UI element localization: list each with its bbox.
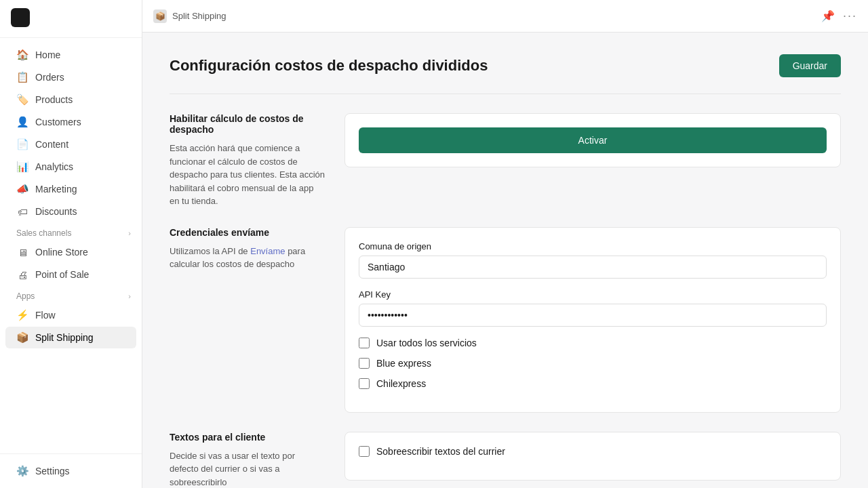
section-credenciales: Credenciales envíame Utilizamos la API d… [170, 227, 841, 413]
divider [170, 94, 841, 94]
chevron-icon: › [128, 229, 131, 237]
chevron-icon: › [128, 292, 131, 300]
online-store-icon: 🖥 [16, 246, 28, 258]
section-left-habilitar: Habilitar cálculo de costos de despacho … [170, 113, 326, 208]
sidebar-settings-label: Settings [35, 466, 70, 476]
sidebar-item-content[interactable]: 📄 Content [5, 134, 136, 155]
section-left-credenciales: Credenciales envíame Utilizamos la API d… [170, 227, 326, 271]
sales-channels-label: Sales channels [16, 228, 71, 238]
section-left-textos: Textos para el cliente Decide si vas a u… [170, 432, 326, 489]
flow-icon: ⚡ [16, 309, 28, 321]
analytics-icon: 📊 [16, 161, 28, 173]
topbar: 📦 Split Shipping 📌 ··· [142, 0, 868, 33]
sidebar-item-label: Orders [35, 72, 64, 83]
section-habilitar-desc: Esta acción hará que comience a funciona… [170, 142, 326, 208]
apikey-input[interactable] [359, 304, 827, 327]
products-icon: 🏷️ [16, 94, 28, 106]
home-icon: 🏠 [16, 49, 28, 61]
breadcrumb-text: Split Shipping [172, 11, 226, 21]
content-area: Configuración costos de despacho dividid… [142, 33, 868, 488]
customers-icon: 👤 [16, 116, 28, 128]
sidebar-logo [11, 8, 30, 27]
more-options-button[interactable]: ··· [843, 9, 857, 23]
blue-express-label[interactable]: Blue express [376, 358, 431, 369]
page-title: Configuración costos de despacho dividid… [170, 57, 488, 75]
form-group-comuna: Comuna de origen [359, 241, 827, 279]
checkbox-chilexpress: Chilexpress [359, 378, 827, 389]
comuna-label: Comuna de origen [359, 241, 827, 251]
pin-button[interactable]: 📌 [821, 9, 835, 22]
credenciales-desc-prefix: Utilizamos la API de [170, 246, 250, 256]
checkbox-todos-servicios: Usar todos los servicios [359, 338, 827, 348]
section-habilitar-title: Habilitar cálculo de costos de despacho [170, 113, 326, 135]
sidebar-item-customers[interactable]: 👤 Customers [5, 111, 136, 133]
enviame-link[interactable]: Envíame [250, 246, 285, 256]
marketing-icon: 📣 [16, 183, 28, 195]
sidebar-item-orders[interactable]: 📋 Orders [5, 66, 136, 88]
section-card-habilitar: Activar [344, 113, 841, 167]
breadcrumb: Split Shipping [172, 11, 226, 21]
todos-servicios-label[interactable]: Usar todos los servicios [376, 338, 477, 348]
section-textos-desc: Decide si vas a usar el texto por defect… [170, 449, 326, 489]
sidebar-item-label: Online Store [35, 247, 88, 258]
section-card-credenciales: Comuna de origen API Key Usar todos los … [344, 227, 841, 413]
todos-servicios-checkbox[interactable] [359, 338, 370, 348]
checkbox-sobreescribir: Sobreescribir textos del currier [359, 446, 827, 457]
orders-icon: 📋 [16, 71, 28, 83]
sidebar-item-flow[interactable]: ⚡ Flow [5, 304, 136, 326]
apps-section[interactable]: Apps › [0, 286, 142, 304]
checkbox-blue-express: Blue express [359, 358, 827, 369]
sidebar-item-label: Products [35, 94, 73, 105]
sidebar-item-label: Split Shipping [35, 332, 94, 343]
sidebar-item-label: Analytics [35, 161, 73, 172]
topbar-left: 📦 Split Shipping [153, 9, 226, 23]
sidebar-item-label: Flow [35, 310, 56, 321]
app-icon: 📦 [153, 9, 167, 23]
sidebar-nav: 🏠 Home 📋 Orders 🏷️ Products 👤 Customers … [0, 38, 142, 453]
sidebar-item-products[interactable]: 🏷️ Products [5, 89, 136, 110]
chilexpress-label[interactable]: Chilexpress [376, 378, 426, 389]
activate-button[interactable]: Activar [359, 127, 827, 153]
section-textos-title: Textos para el cliente [170, 432, 326, 443]
sidebar-item-online-store[interactable]: 🖥 Online Store [5, 241, 136, 263]
blue-express-checkbox[interactable] [359, 358, 370, 369]
chilexpress-checkbox[interactable] [359, 378, 370, 389]
sidebar-item-settings[interactable]: ⚙️ Settings [5, 460, 136, 482]
section-textos: Textos para el cliente Decide si vas a u… [170, 432, 841, 489]
sidebar-item-marketing[interactable]: 📣 Marketing [5, 178, 136, 200]
content-icon: 📄 [16, 138, 28, 150]
sidebar-item-analytics[interactable]: 📊 Analytics [5, 156, 136, 178]
save-button[interactable]: Guardar [779, 54, 841, 77]
sobreescribir-label[interactable]: Sobreescribir textos del currier [376, 446, 505, 457]
sidebar-item-label: Home [35, 49, 60, 60]
sidebar-item-label: Customers [35, 117, 81, 127]
split-shipping-icon: 📦 [16, 331, 28, 344]
page-header: Configuración costos de despacho dividid… [170, 54, 841, 77]
section-credenciales-desc: Utilizamos la API de Envíame para calcul… [170, 245, 326, 271]
sobreescribir-checkbox[interactable] [359, 446, 370, 457]
section-card-textos: Sobreescribir textos del currier [344, 432, 841, 481]
settings-icon: ⚙️ [16, 465, 28, 477]
apps-label: Apps [16, 291, 35, 301]
pos-icon: 🖨 [16, 268, 28, 281]
form-group-apikey: API Key [359, 289, 827, 327]
sidebar: 🏠 Home 📋 Orders 🏷️ Products 👤 Customers … [0, 0, 142, 488]
sidebar-item-point-of-sale[interactable]: 🖨 Point of Sale [5, 264, 136, 285]
sales-channels-section[interactable]: Sales channels › [0, 223, 142, 241]
topbar-right: 📌 ··· [821, 9, 857, 23]
sidebar-item-home[interactable]: 🏠 Home [5, 44, 136, 66]
main-area: 📦 Split Shipping 📌 ··· Configuración cos… [142, 0, 868, 488]
comuna-input[interactable] [359, 256, 827, 279]
sidebar-item-discounts[interactable]: 🏷 Discounts [5, 201, 136, 222]
discounts-icon: 🏷 [16, 205, 28, 218]
apikey-label: API Key [359, 289, 827, 300]
sidebar-item-split-shipping[interactable]: 📦 Split Shipping [5, 327, 136, 348]
sidebar-item-label: Discounts [35, 206, 77, 217]
section-habilitar: Habilitar cálculo de costos de despacho … [170, 113, 841, 208]
sidebar-item-label: Point of Sale [35, 269, 89, 280]
sidebar-item-label: Marketing [35, 184, 77, 195]
sidebar-item-label: Content [35, 139, 68, 150]
section-credenciales-title: Credenciales envíame [170, 227, 326, 238]
